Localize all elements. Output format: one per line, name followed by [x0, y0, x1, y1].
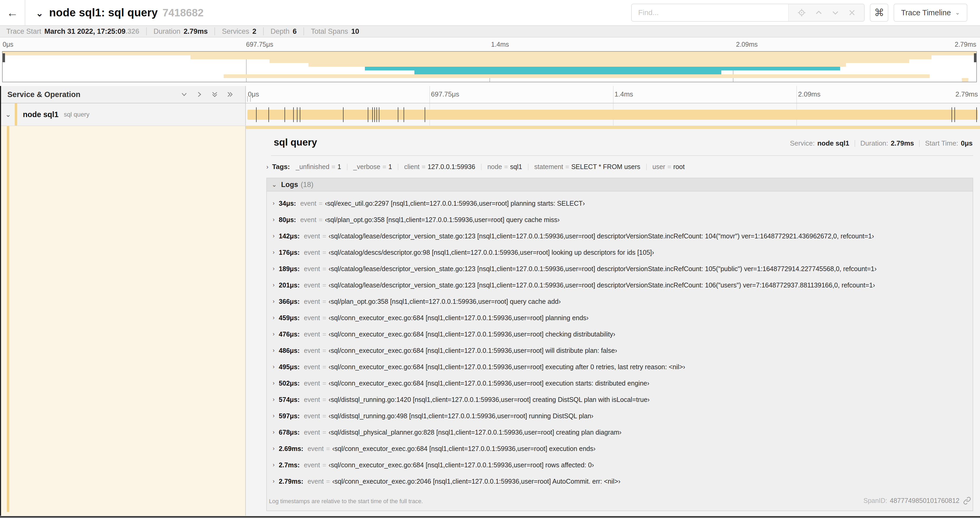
- span-detail-panel: sql query Service:node sql1Duration:2.79…: [246, 126, 980, 516]
- log-marker-tick: [368, 107, 368, 122]
- locate-icon[interactable]: [797, 8, 806, 17]
- log-marker-tick: [379, 107, 379, 122]
- find-group: [631, 4, 865, 22]
- span-detail-meta: Service:node sql1Duration:2.79msStart Ti…: [790, 139, 973, 147]
- log-row[interactable]: ›80μs:event=‹sql/plan_opt.go:358 [nsql1,…: [271, 211, 967, 228]
- back-button[interactable]: ←: [0, 0, 25, 25]
- log-marker-tick: [293, 107, 294, 122]
- chevron-right-icon: ›: [273, 200, 275, 207]
- log-row[interactable]: ›2.69ms:event=‹sql/conn_executor_exec.go…: [271, 441, 967, 457]
- span-meta-item: Service:node sql1: [790, 139, 850, 147]
- viewport-handle-left[interactable]: [3, 53, 5, 62]
- view-select-trace-timeline[interactable]: Trace Timeline ⌄: [894, 4, 967, 22]
- minimap-tick-label: 2.79ms: [955, 41, 976, 48]
- log-row[interactable]: ›678μs:event=‹sql/distsql_physical_plann…: [271, 424, 967, 441]
- prev-match-icon[interactable]: [815, 8, 823, 17]
- minimap-span-bar: [191, 55, 932, 59]
- log-marker-tick: [955, 107, 955, 122]
- chevron-down-icon[interactable]: ⌄: [5, 110, 11, 119]
- tag-item: _verbose=1: [341, 163, 392, 171]
- trace-title: node sql1: sql query: [49, 6, 158, 19]
- chevron-down-icon[interactable]: ⌄: [36, 8, 43, 18]
- keyboard-shortcuts-button[interactable]: ⌘: [870, 4, 888, 22]
- collapse-all-icon[interactable]: [211, 91, 218, 98]
- span-row-node-sql1[interactable]: ⌄ node sql1 sql query: [0, 103, 980, 126]
- span-timeline-cell: [246, 103, 980, 126]
- ruler-gridline: [613, 86, 614, 103]
- spanid-row: SpanID: 4877749850101760812: [863, 497, 971, 505]
- log-row[interactable]: ›2.79ms:event=‹sql/conn_executor_exec.go…: [271, 473, 967, 489]
- log-row[interactable]: ›597μs:event=‹sql/distsql_running.go:498…: [271, 408, 967, 424]
- deep-link-icon[interactable]: [959, 497, 971, 505]
- trace-summary-item: Total Spans10: [297, 27, 359, 35]
- clear-search-icon[interactable]: [848, 9, 856, 17]
- tags-row[interactable]: › Tags: _unfinished=1_verbose=1client=12…: [246, 156, 980, 171]
- trace-minimap: 0μs697.75μs1.4ms2.09ms2.79ms: [0, 37, 980, 86]
- chevron-right-icon: ›: [273, 429, 275, 436]
- logs-accordion: ⌄ Logs (18) ›34μs:event=‹sql/exec_util.g…: [266, 178, 973, 511]
- log-marker-tick: [425, 107, 425, 122]
- timeline-ruler: 0μs697.75μs1.4ms2.09ms2.79ms: [246, 86, 980, 103]
- chevron-right-icon: ›: [273, 462, 275, 468]
- chevron-right-icon: ›: [266, 163, 269, 171]
- chevron-right-icon: ›: [273, 216, 275, 223]
- minimap-span-bar: [365, 67, 840, 70]
- minimap-canvas[interactable]: [2, 51, 977, 82]
- log-row[interactable]: ›366μs:event=‹sql/plan_opt.go:358 [nsql1…: [271, 293, 967, 310]
- log-marker-tick: [951, 107, 952, 122]
- trace-summary-bar: Trace StartMarch 31 2022, 17:25:09.326Du…: [0, 25, 980, 37]
- chevron-right-icon: ›: [273, 298, 275, 305]
- collapse-one-icon[interactable]: [180, 91, 188, 98]
- left-scroll-edge[interactable]: [0, 86, 1, 516]
- expand-all-icon[interactable]: [226, 91, 234, 98]
- ruler-tick-label: 1.4ms: [615, 90, 633, 98]
- logs-header[interactable]: ⌄ Logs (18): [267, 178, 973, 192]
- ruler-gridline: [430, 86, 430, 103]
- chevron-right-icon: ›: [273, 412, 275, 419]
- log-marker-tick: [377, 107, 377, 122]
- log-row[interactable]: ›142μs:event=‹sql/catalog/lease/descript…: [271, 228, 967, 244]
- log-row[interactable]: ›201μs:event=‹sql/catalog/lease/descript…: [271, 277, 967, 293]
- log-marker-tick: [404, 107, 404, 122]
- minimap-span-bar: [309, 63, 846, 67]
- chevron-down-icon: ⌄: [272, 181, 277, 188]
- log-row[interactable]: ›486μs:event=‹sql/conn_executor_exec.go:…: [271, 342, 967, 359]
- chevron-right-icon: ›: [273, 249, 275, 256]
- ruler-tick-label: 697.75μs: [431, 90, 460, 98]
- expand-one-icon[interactable]: [196, 91, 203, 98]
- tag-item: user=root: [640, 163, 685, 171]
- log-row[interactable]: ›574μs:event=‹sql/distsql_running.go:142…: [271, 391, 967, 408]
- log-row[interactable]: ›189μs:event=‹sql/catalog/lease/descript…: [271, 260, 967, 277]
- chevron-down-icon: ⌄: [955, 9, 960, 16]
- log-marker-tick: [269, 107, 269, 122]
- chevron-right-icon: ›: [273, 363, 275, 370]
- column-resize-grip[interactable]: [247, 96, 251, 102]
- span-duration-bar[interactable]: [247, 110, 978, 120]
- span-operation-name: sql query: [64, 111, 89, 118]
- span-service-name: node sql1: [23, 110, 59, 119]
- minimap-span-bar: [962, 78, 969, 82]
- bottom-edge-line: [0, 516, 980, 518]
- span-detail-accent-strip: [246, 126, 980, 129]
- viewport-handle-right[interactable]: [974, 53, 976, 62]
- minimap-tick-label: 2.09ms: [736, 41, 758, 48]
- span-meta-item: Start Time:0μs: [914, 139, 973, 147]
- log-marker-tick: [285, 107, 285, 122]
- minimap-tick-label: 0μs: [3, 41, 13, 48]
- trace-page-header: ← ⌄ node sql1: sql query 7418682: [0, 0, 980, 25]
- log-marker-tick: [398, 107, 398, 122]
- find-input[interactable]: [632, 4, 788, 21]
- log-row[interactable]: ›502μs:event=‹sql/conn_executor_exec.go:…: [271, 375, 967, 391]
- log-row[interactable]: ›495μs:event=‹sql/conn_executor_exec.go:…: [271, 359, 967, 375]
- log-row[interactable]: ›176μs:event=‹sql/catalog/descs/descript…: [271, 244, 967, 260]
- trace-title-wrap: ⌄ node sql1: sql query 7418682: [36, 6, 204, 19]
- log-row[interactable]: ›476μs:event=‹sql/conn_executor_exec.go:…: [271, 326, 967, 342]
- spanid-value: 4877749850101760812: [890, 497, 959, 505]
- log-row[interactable]: ›459μs:event=‹sql/conn_executor_exec.go:…: [271, 310, 967, 326]
- trace-id: 7418682: [162, 7, 204, 19]
- log-row[interactable]: ›2.7ms:event=‹sql/conn_executor_exec.go:…: [271, 457, 967, 473]
- next-match-icon[interactable]: [831, 8, 840, 17]
- chevron-right-icon: ›: [273, 282, 275, 289]
- chevron-right-icon: ›: [273, 347, 275, 354]
- log-row[interactable]: ›34μs:event=‹sql/exec_util.go:2297 [nsql…: [271, 195, 967, 211]
